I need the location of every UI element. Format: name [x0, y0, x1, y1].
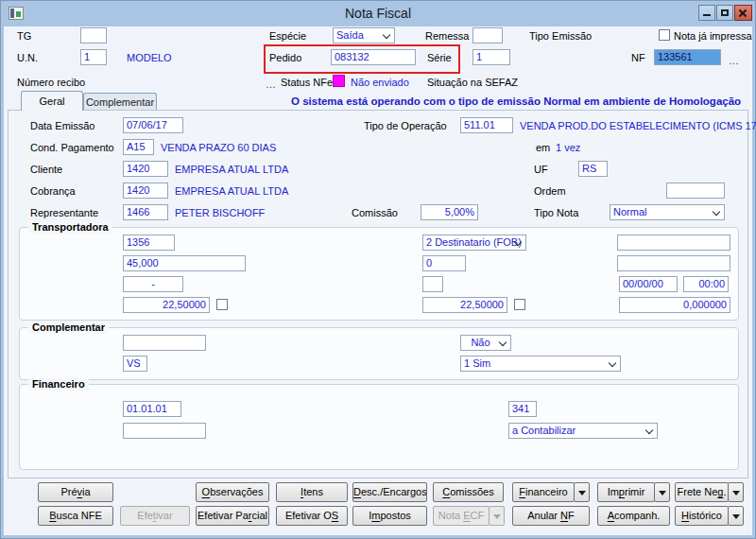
desc-encargos-button[interactable]: Desc./Encargos — [352, 482, 427, 502]
un-label: U.N. — [17, 52, 38, 64]
entregar-apos-select[interactable]: Não — [460, 335, 511, 351]
itens-button[interactable]: Itens — [276, 482, 348, 502]
tab-geral[interactable]: Geral — [21, 91, 83, 111]
tg-field[interactable] — [80, 27, 107, 43]
frete-select[interactable]: 2 Destinatario (FOB) — [422, 235, 526, 251]
placa-field[interactable]: - — [123, 276, 183, 292]
homologacao-message: O sistema está operando com o tipo de em… — [291, 96, 741, 107]
comissoes-button[interactable]: Comissões — [433, 482, 504, 502]
data-saida-field[interactable]: 00/00/00 — [619, 276, 678, 292]
transportadora-field[interactable]: 1356 — [123, 235, 175, 251]
acompanh-button[interactable]: Acompanh. — [597, 506, 670, 526]
cond-pagamento-field[interactable]: A15 — [123, 139, 154, 155]
cond-pagamento-label: Cond. Pagamento — [30, 142, 114, 154]
hora-saida-field[interactable]: 00:00 — [683, 276, 729, 292]
tipo-emissao-label: Tipo Emissão — [529, 30, 592, 43]
tab-complementar[interactable]: Complementar — [83, 93, 157, 110]
remessa-field[interactable] — [472, 27, 503, 43]
pedido-label: Pedido — [269, 52, 301, 64]
efetivar-parcial-button[interactable]: Efetivar Parcial — [196, 506, 269, 526]
uf-label: UF — [534, 164, 548, 176]
tipo-operacao-field[interactable]: 511.01 — [460, 117, 513, 133]
cond-pagamento-desc: VENDA PRAZO 60 DIAS — [161, 142, 276, 154]
peso-liquido-checkbox[interactable] — [216, 299, 228, 310]
peso-bruto-field[interactable]: 22,50000 — [422, 297, 507, 313]
peso-bruto-checkbox[interactable] — [514, 299, 525, 310]
maximize-icon — [721, 9, 729, 16]
observacoes-button[interactable]: Observações — [196, 482, 269, 502]
close-button[interactable] — [734, 5, 752, 21]
nota-ecf-button: Nota ECF — [433, 506, 490, 526]
tipo-nota-label: Tipo Nota — [534, 207, 578, 219]
peso-liquido-field[interactable]: 22,50000 — [123, 297, 210, 313]
nota-impressa-label: Nota já impressa — [674, 30, 752, 43]
minimize-button[interactable] — [698, 5, 715, 21]
pedido-field[interactable]: 083132 — [331, 49, 416, 65]
historico-button[interactable]: Histórico — [675, 506, 729, 526]
comissao-field[interactable]: 5,00% — [421, 204, 478, 220]
serie-label: Série — [427, 52, 452, 64]
efetivar-os-button[interactable]: Efetivar OS — [276, 506, 348, 526]
un-desc: MODELO — [127, 52, 172, 64]
especie-select[interactable]: Saída — [333, 27, 395, 43]
status-dots[interactable]: … — [266, 79, 277, 89]
projeto-field[interactable] — [123, 423, 206, 439]
data-emissao-label: Data Emissão — [30, 120, 94, 132]
ordem-field[interactable] — [666, 183, 725, 199]
status-nfe-value: Não enviado — [351, 77, 409, 89]
representante-label: Representante — [30, 207, 98, 219]
nf-lookup-dots[interactable]: … — [729, 56, 740, 65]
financeiro-button[interactable]: Financeiro — [512, 482, 575, 502]
efetivar-button: Efetivar — [120, 506, 190, 526]
dropdown-arrow-icon — [732, 514, 740, 519]
imprimir-dropdown-button[interactable] — [654, 482, 670, 502]
especie-transp-field[interactable] — [617, 255, 730, 271]
impostos-button[interactable]: Impostos — [352, 506, 427, 526]
numero-recibo-label: Número recibo — [17, 77, 85, 89]
quantidade-field[interactable]: 0 — [422, 255, 466, 271]
un-field[interactable]: 1 — [80, 49, 107, 65]
busca-nfe-button[interactable]: Busca NFE — [38, 506, 113, 526]
anular-nf-button[interactable]: Anular NF — [512, 506, 590, 526]
uf-placa-field[interactable] — [422, 276, 443, 292]
frete-neg-dropdown-button[interactable] — [728, 482, 744, 502]
cliente-field[interactable]: 1420 — [123, 161, 168, 177]
portador-field[interactable]: 341 — [508, 401, 537, 417]
serie-field[interactable]: 1 — [472, 49, 510, 65]
volume-field[interactable]: 45,000 — [123, 255, 246, 271]
cobranca-label: Cobrança — [30, 185, 76, 198]
comissao-label: Comissão — [352, 207, 398, 219]
maximize-button[interactable] — [716, 5, 733, 21]
cobranca-field[interactable]: 1420 — [123, 183, 168, 199]
nf-field[interactable]: 133561 — [654, 49, 721, 65]
contabilidade-select[interactable]: a Contabilizar — [508, 423, 658, 439]
transportadora-group-title: Transportadora — [28, 221, 112, 234]
parcelas-prefix: em — [536, 142, 550, 154]
cobranca-desc: EMPRESA ATUAL LTDA — [175, 185, 288, 198]
nota-impressa-checkbox[interactable] — [659, 29, 670, 41]
window-title: Nota Fiscal — [0, 6, 756, 21]
ordem-label: Ordem — [534, 185, 566, 198]
operacao-presencial-select[interactable]: 1 Sim — [460, 356, 621, 372]
data-emissao-field[interactable]: 07/06/17 — [123, 117, 183, 133]
nota-fiscal-window: Nota Fiscal TG Espécie Saída Remessa Tip… — [0, 0, 756, 539]
tipo-operacao-label: Tipo de Operação — [364, 120, 447, 132]
previa-button[interactable]: Prévia — [38, 482, 113, 502]
mercado-field[interactable]: VS — [123, 356, 147, 372]
peso-extra-field[interactable]: 0,000000 — [619, 297, 730, 313]
imprimir-button[interactable]: Imprimir — [597, 482, 655, 502]
nota-ecf-dropdown-button — [489, 506, 505, 526]
tipo-nota-select[interactable]: Normal — [610, 204, 725, 220]
representante-field[interactable]: 1466 — [123, 204, 168, 220]
parcelas-value: 1 vez — [556, 142, 580, 154]
chevron-down-icon — [713, 208, 720, 216]
ordem-compra-field[interactable] — [123, 335, 206, 351]
uf-field[interactable]: RS — [578, 161, 608, 177]
historico-dropdown-button[interactable] — [728, 506, 744, 526]
marca-field[interactable] — [617, 235, 730, 251]
conta-field[interactable]: 01.01.01 — [123, 401, 181, 417]
frete-neg-button[interactable]: Frete Neg. — [675, 482, 729, 502]
chevron-down-icon — [645, 426, 653, 434]
financeiro-dropdown-button[interactable] — [574, 482, 590, 502]
situacao-sefaz-label: Situação na SEFAZ — [427, 77, 518, 89]
